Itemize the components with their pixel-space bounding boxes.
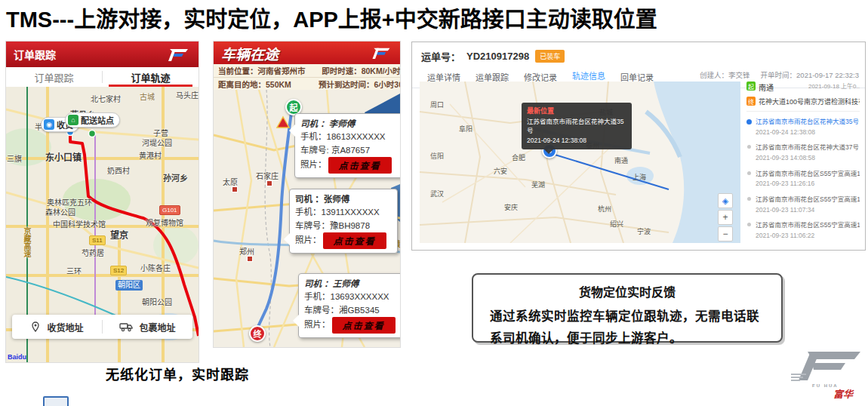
location-pin-icon: ◉ (44, 119, 54, 130)
track-address: 江苏省南京市雨花台区S55宁宣高速17号4幢近翠岛花.. (756, 169, 860, 180)
fuhua-logo-icon (370, 45, 392, 60)
locate-button[interactable]: ◈ (718, 193, 733, 208)
map-label: 合肥 (512, 152, 525, 162)
track-point-item[interactable]: 江苏省南京市雨花台区花神大道37号 2021-09-23 14:08:58 (746, 143, 860, 168)
map-label: 观复博物馆 (146, 217, 183, 228)
end-badge: 终 (746, 97, 756, 106)
middle-app-header-title: 车辆在途 (221, 43, 279, 63)
city-dot (247, 256, 253, 262)
map-label: 杭州 (598, 204, 611, 214)
waybill-meta: 创建人：李交锋 开单时间：2021-09-17 22:32:3 (700, 69, 859, 80)
view-photo-button[interactable]: 点击查看 (328, 157, 392, 174)
map-label: 信阳 (430, 151, 444, 161)
track-point-item[interactable]: 江苏省南京市雨花台区花神大道35号 2021-09-24 12:38:08 (746, 117, 860, 143)
waybill-number: YD210917298 (466, 51, 529, 62)
road-badge: S11 (89, 235, 106, 245)
road-badge: G101 (159, 205, 180, 215)
middle-app-header: 车辆在途 (214, 42, 400, 64)
map-label: 武汉 (430, 189, 444, 198)
map-label: 三环 (66, 265, 82, 276)
card-pointer (287, 315, 299, 327)
package-address-button[interactable]: 包裹地址 (103, 321, 192, 334)
creator: 创建人：李交锋 (700, 69, 750, 80)
photo-label: 照片： (295, 234, 322, 247)
track-point-dot (747, 145, 751, 149)
track-point-item[interactable]: 江苏省南京市雨花台区S55宁宣高速17号4幢近翠岛花.. 2021-09-23 … (746, 169, 860, 195)
status-badge: 已装车 (535, 50, 565, 63)
start-badge: 起 (746, 82, 756, 91)
map-label: 奶西村 (107, 165, 130, 176)
track-map[interactable]: 周口 阜阳 信阳 合肥 六安 武汉 安庆 芜湖 泰州 盐城 南通 上海 杭州 绍… (420, 82, 740, 243)
map-label: 望京 (110, 228, 128, 241)
city-dot (232, 186, 238, 192)
track-point-item[interactable]: 江苏省南京市雨花台区S55宁宣高速17号4幢近南京雨.. 2021-09-23 … (746, 195, 860, 220)
city-dot (266, 180, 272, 186)
district-badge: 朝阳区 (115, 280, 143, 291)
map-label: 孙河乡 (163, 171, 188, 183)
tooltip-time: 2021-09-24 12:38:08 (527, 136, 626, 146)
feedback-info-box: 货物定位实时反馈 通过系统实时监控车辆定位跟轨迹，无需电话联系司机确认，便于同步… (472, 273, 783, 343)
track-point-dot (747, 171, 751, 175)
truck-icon (119, 321, 133, 332)
card-pointer (278, 233, 290, 245)
driver-name: 司机 ：王师傅 (304, 278, 399, 291)
driver-phone: 手机：13693XXXXXX (304, 291, 399, 303)
view-photo-button[interactable]: 点击查看 (332, 317, 396, 334)
receive-address-label: 收货地址 (47, 321, 83, 334)
tab-order-trajectory[interactable]: 订单轨迹 (103, 67, 199, 87)
map-label: 古城 (140, 91, 155, 102)
current-location: 当前位置：河南省郑州市 (214, 65, 322, 76)
location-pin-icon (30, 321, 41, 332)
tab-order-trajectory-label: 订单轨迹 (131, 70, 170, 85)
station-pin-label: 配送站点 (81, 114, 114, 126)
fuhua-logo-icon (165, 46, 191, 63)
map-controls: ◈ + − (718, 193, 731, 241)
photo-label: 照片： (300, 158, 327, 171)
driver-phone: 手机：13911XXXXXX (295, 206, 392, 219)
zoom-in-button[interactable]: + (718, 210, 733, 225)
map-label: 宁波 (637, 226, 651, 236)
map-label: 森林公园 (45, 206, 75, 217)
page-title: TMS---上游对接，实时定位，APP上报+中交新路接口主动读取位置 (6, 2, 657, 33)
route-start-row: 起 南通 2021-09-18 上午0.. (746, 82, 860, 93)
map-label: 马头庄 (176, 89, 199, 100)
track-address: 江苏省南京市雨花台区花神大道37号 (756, 143, 860, 153)
track-point-list: 起 南通 2021-09-18 上午0.. 终 花神大道100号南京万谱检测科技… (746, 82, 860, 245)
map-label: 朝阳公园 (142, 296, 172, 307)
map-label: 京藏高速 (21, 227, 32, 257)
road-badge: S12 (110, 266, 127, 275)
driver-plate: 车牌号: 京A87657 (300, 144, 397, 157)
photo-label: 照片： (304, 318, 331, 331)
tab-order-tracking[interactable]: 订单跟踪 (6, 67, 102, 87)
eta: 预计到达时间：6小时30 (319, 78, 400, 90)
baidu-brand: Baidu (8, 353, 26, 361)
driver-name: 司机 ：张师傅 (295, 193, 392, 206)
station-pin-chip[interactable]: ⌂ 配送站点 (65, 112, 120, 128)
receive-address-button[interactable]: 收货地址 (12, 321, 102, 334)
driver-name: 司机 ：李师傅 (300, 118, 397, 131)
map-label: 六安 (494, 166, 507, 176)
zoom-out-button[interactable]: − (718, 226, 733, 241)
route-end-marker[interactable]: 终 (249, 325, 266, 342)
distance-to-destination: 距离目的地：550KM (214, 78, 319, 90)
start-name: 南通 (759, 82, 805, 93)
driver-phone: 手机：18613XXXXXX (300, 131, 397, 143)
fuhua-logo-art (165, 46, 191, 63)
map-label: 绍兴 (610, 219, 623, 229)
order-trajectory-map[interactable]: 北七家村 古城 马头庄 燕丹乡 半截塔村 子营 河堤公园 东小口镇 黄港村 三旗… (6, 87, 199, 362)
track-point-item[interactable]: 江苏省南京市雨花台区S55宁宣高速17号4幢近南京雨.. 2021-09-23 … (746, 220, 860, 245)
city-label: 太原 (223, 176, 238, 187)
start-time: 2021-09-18 上午0.. (808, 82, 860, 90)
status-row-1: 当前位置：河南省郑州市 即时时速：80KM/小时 (214, 64, 400, 78)
track-address: 江苏省南京市雨花台区S55宁宣高速17号4幢近南京雨.. (756, 195, 860, 205)
card-pointer (283, 125, 295, 137)
track-point-dot (746, 119, 752, 125)
map-label: 中国科学技术馆 (53, 218, 106, 229)
track-time: 2021-09-23 11:06:22 (756, 231, 860, 241)
view-photo-button[interactable]: 点击查看 (323, 232, 386, 249)
track-time: 2021-09-24 12:38:08 (756, 128, 860, 137)
fuhua-logo-art (791, 349, 863, 383)
station-icon: ⌂ (68, 115, 78, 125)
tooltip-address: 江苏省南京市雨花台区花神大道35号 (527, 117, 626, 137)
route-map[interactable]: 起 终 太原 石家庄 郑州 黄 司机 ：李师傅 手机：18613XXXXXX 车… (214, 90, 400, 347)
